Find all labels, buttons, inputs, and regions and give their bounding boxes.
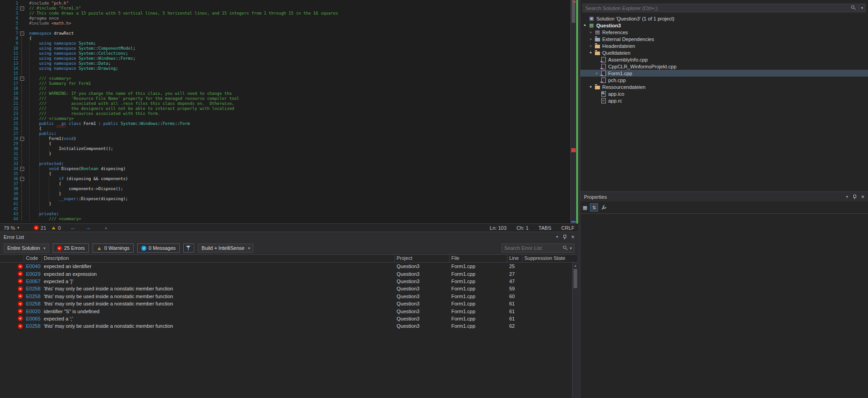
code-line[interactable]: 31 } [0, 151, 570, 156]
line-number[interactable]: 33 [0, 161, 18, 166]
line-number[interactable]: 42 [0, 207, 18, 212]
tree-item-quelldateien[interactable]: Quelldateien [580, 49, 868, 56]
line-number[interactable]: 36 [0, 176, 18, 181]
code-line[interactable]: 20 /// 'Resource File Name' property for… [0, 96, 570, 101]
code-line[interactable]: 29 { [0, 141, 570, 146]
code-text[interactable]: private: [26, 212, 59, 217]
scope-dropdown[interactable]: Entire Solution ▾ [4, 243, 49, 253]
expanded-arrow-icon[interactable] [588, 85, 594, 89]
error-code-link[interactable]: E0258 [24, 301, 42, 306]
error-code-link[interactable]: E0258 [24, 294, 42, 299]
window-position-icon[interactable]: ▾ [846, 195, 848, 199]
code-line[interactable]: 38 components->Dispose(); [0, 186, 570, 191]
code-text[interactable]: using namespace System; [26, 41, 96, 46]
window-position-icon[interactable]: ▾ [556, 235, 558, 239]
code-line[interactable]: 26 { [0, 126, 570, 131]
properties-titlebar[interactable]: Properties ▾ × [580, 192, 868, 202]
description-column-header[interactable]: Description [42, 255, 395, 262]
line-number[interactable]: 18 [0, 86, 18, 91]
code-line[interactable]: 2−// #include "Form1.h" [0, 6, 570, 11]
line-number[interactable]: 23 [0, 111, 18, 116]
code-text[interactable]: /// </summary> [26, 116, 74, 121]
code-text[interactable]: InitializeComponent(); [26, 146, 113, 151]
code-text[interactable]: /// <summary> [26, 217, 81, 222]
close-icon[interactable]: × [861, 195, 864, 199]
line-number[interactable]: 8 [0, 36, 18, 41]
error-code-link[interactable]: E0258 [24, 286, 42, 291]
navigate-back-icon[interactable]: ← [70, 224, 76, 231]
code-line[interactable]: 25 public __gc class Form1 : public Syst… [0, 121, 570, 126]
error-row[interactable]: E0258'this' may only be used inside a no… [0, 285, 572, 292]
code-text[interactable]: public __gc class Form1 : public System:… [26, 121, 190, 126]
code-line[interactable]: 21 /// associated with all .resx files t… [0, 101, 570, 106]
code-line[interactable]: 37 { [0, 181, 570, 186]
code-text[interactable]: #include "pch.h" [26, 1, 69, 6]
code-text[interactable]: { [26, 36, 31, 41]
pin-icon[interactable] [563, 234, 567, 239]
error-row[interactable]: E0065expected a ';'Question3Form1.cpp61 [0, 315, 572, 322]
code-line[interactable]: 33 protected: [0, 161, 570, 166]
code-line[interactable]: 34− void Dispose(Boolean disposing) [0, 166, 570, 171]
code-text[interactable]: /// WARNING: If you change the name of t… [26, 91, 232, 96]
line-number[interactable]: 31 [0, 151, 18, 156]
code-text[interactable]: #include <math.h> [26, 21, 71, 26]
errors-filter-button[interactable]: 25 Errors [53, 243, 89, 253]
line-number[interactable]: 38 [0, 186, 18, 191]
error-row[interactable]: E0258'this' may only be used inside a no… [0, 322, 572, 330]
error-row[interactable]: E0029expected an expressionQuestion3Form… [0, 270, 572, 277]
code-line[interactable]: 24 /// </summary> [0, 116, 570, 121]
suppression-column-header[interactable]: Suppression State [522, 255, 578, 262]
scroll-up-icon[interactable]: ▴ [573, 264, 578, 268]
line-number[interactable]: 17 [0, 81, 18, 86]
code-line[interactable]: 27 public: [0, 131, 570, 136]
code-line[interactable]: 40 __super::Dispose(disposing); [0, 196, 570, 202]
code-line[interactable]: 36− if (disposing && components) [0, 176, 570, 181]
property-pages-icon[interactable] [601, 205, 607, 211]
code-line[interactable]: 32 [0, 156, 570, 161]
fold-toggle-icon[interactable]: − [20, 31, 24, 36]
code-line[interactable]: 18 /// [0, 86, 570, 91]
tree-item-solution-question3-1-of-1-project[interactable]: Solution 'Question3' (1 of 1 project) [580, 15, 868, 22]
code-text[interactable]: public: [26, 131, 57, 136]
file-column-header[interactable]: File [450, 255, 507, 262]
line-number[interactable]: 5 [0, 21, 18, 26]
warnings-filter-button[interactable]: 0 Warnings [93, 243, 134, 253]
messages-filter-button[interactable]: 0 Messages [137, 243, 180, 253]
code-line[interactable]: 11 using namespace System::Collections; [0, 51, 570, 56]
editor-vertical-scrollbar[interactable] [570, 0, 576, 223]
code-text[interactable]: using namespace System::Drawing; [26, 66, 118, 71]
tree-item-form1-cpp[interactable]: Form1.cpp [580, 70, 868, 77]
code-line[interactable]: 43 private: [0, 212, 570, 217]
line-number[interactable]: 14 [0, 66, 18, 71]
code-text[interactable]: /// [26, 86, 46, 91]
line-number[interactable]: 11 [0, 51, 18, 56]
collapsed-arrow-icon[interactable] [594, 71, 600, 75]
error-row[interactable]: E0258'this' may only be used inside a no… [0, 300, 572, 307]
line-number[interactable]: 27 [0, 131, 18, 136]
code-line[interactable]: 3// This code draws a 15 puzzle with 5 v… [0, 11, 570, 16]
code-text[interactable]: namespace drawRect [26, 31, 74, 36]
code-line[interactable]: 13 using namespace System::Data; [0, 61, 570, 66]
close-icon[interactable]: × [571, 235, 574, 239]
error-list-searchbox[interactable]: ▾ [501, 243, 574, 253]
line-number[interactable]: 16 [0, 76, 18, 81]
document-health[interactable]: 21 0 [34, 225, 61, 231]
code-text[interactable] [26, 71, 29, 76]
code-line[interactable]: 7−namespace drawRect [0, 31, 570, 36]
hscroll-left-arrow-icon[interactable]: ◂ [104, 226, 107, 230]
fold-toggle-icon[interactable]: − [20, 77, 24, 81]
scrollbar-thumb[interactable] [572, 0, 575, 23]
line-number[interactable]: 10 [0, 46, 18, 51]
scrollbar-thumb[interactable] [574, 269, 577, 288]
code-text[interactable]: using namespace System::Windows::Forms; [26, 56, 135, 61]
error-row[interactable]: E0258'this' may only be used inside a no… [0, 293, 572, 300]
zoom-control[interactable]: 79 % ▾ [4, 225, 24, 231]
code-line[interactable]: 5#include <math.h> [0, 21, 570, 26]
fold-toggle-icon[interactable]: − [20, 167, 24, 171]
code-line[interactable]: 17 /// Summary for Form1 [0, 81, 570, 86]
error-list-scrollbar[interactable]: ▴ [572, 263, 578, 398]
code-line[interactable]: 6 [0, 26, 570, 31]
line-column-header[interactable]: Line [507, 255, 522, 262]
error-code-link[interactable]: E0067 [24, 279, 42, 284]
code-line[interactable]: 42 [0, 207, 570, 212]
